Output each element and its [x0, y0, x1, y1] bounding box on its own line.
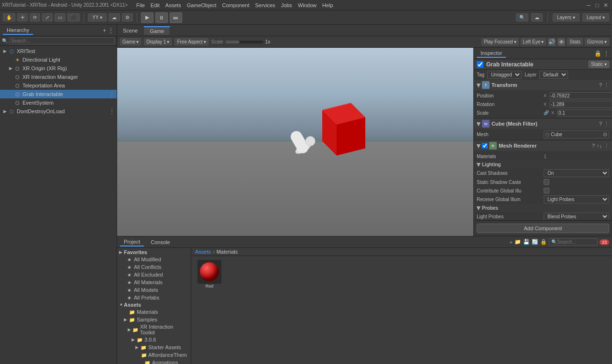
proj-starter-assets[interactable]: ▶ 📁 Starter Assets — [117, 343, 191, 351]
menu-gameobject[interactable]: GameObject — [184, 2, 219, 8]
mesh-ref-pick[interactable]: ⊙ — [603, 131, 607, 138]
menu-jobs[interactable]: Jobs — [278, 2, 295, 8]
transform-help-btn[interactable]: ? — [599, 82, 602, 88]
asset-red-material[interactable]: Red — [195, 260, 224, 289]
favorites-section[interactable]: ▶ Favorites — [117, 249, 191, 256]
transform-center[interactable]: YY ▾ — [88, 13, 107, 21]
bottom-refresh-btn[interactable]: 🔄 — [532, 239, 538, 245]
proj-fav-prefabs[interactable]: ★ All Prefabs — [117, 294, 191, 301]
tree-item-xr-manager[interactable]: ⬡ XR Interaction Manager — [0, 73, 117, 81]
proj-fav-materials[interactable]: ★ All Materials — [117, 278, 191, 286]
search-global[interactable]: 🔍 — [516, 13, 528, 21]
menu-help[interactable]: Help — [319, 2, 336, 8]
proj-306[interactable]: ▶ 📁 3.0.6 — [117, 336, 191, 343]
display-select[interactable]: Display 1 ▾ — [144, 38, 172, 45]
stats-btn[interactable]: Stats — [567, 38, 583, 45]
menu-services[interactable]: Services — [252, 2, 278, 8]
layer-select[interactable]: Default — [539, 71, 568, 79]
proj-samples[interactable]: ▶ 📁 Samples — [117, 316, 191, 323]
mesh-renderer-arrows[interactable]: ↑↓ — [597, 143, 602, 149]
proj-materials[interactable]: 📁 Materials — [117, 308, 191, 316]
tree-item-dir-light[interactable]: ☀ Directional Light — [0, 55, 117, 64]
bottom-save-btn[interactable]: 💾 — [523, 239, 530, 245]
hierarchy-search-input[interactable] — [9, 37, 115, 44]
tree-item-dontdestroy[interactable]: ▶ ⬡ DontDestroyOnLoad ⋮ — [0, 107, 117, 116]
step-button[interactable]: ⏭ — [170, 12, 182, 23]
left-eye-btn[interactable]: Left Eye ▾ — [521, 38, 546, 45]
project-tab[interactable]: Project — [120, 238, 144, 246]
layout-dropdown[interactable]: Layout ▾ — [582, 13, 609, 21]
menu-assets[interactable]: Assets — [163, 2, 184, 8]
hierarchy-add-btn[interactable]: + — [103, 27, 106, 34]
aspect-select[interactable]: Free Aspect ▾ — [175, 38, 208, 45]
bottom-lock-btn[interactable]: 🔒 — [540, 239, 547, 245]
tree-item-xr-origin[interactable]: ▶ ⬡ XR Origin (XR Rig) — [0, 64, 117, 73]
mesh-renderer-header[interactable]: ▶ R Mesh Renderer ? ↑↓ ⋮ — [474, 140, 612, 151]
hand-tool[interactable]: ✋ — [3, 13, 15, 21]
proj-fav-excluded[interactable]: ★ All Excluded — [117, 271, 191, 278]
add-component-btn[interactable]: Add Component — [477, 224, 609, 233]
static-shadow-cb[interactable] — [544, 179, 549, 185]
probes-section-header[interactable]: ▶ Probes — [474, 204, 612, 212]
pos-x[interactable] — [549, 92, 612, 99]
vr-btn[interactable]: 👁 — [557, 38, 565, 46]
cloud-btn[interactable]: ☁ — [109, 13, 120, 21]
proj-affordance[interactable]: 📁 AffordanceThem — [117, 351, 191, 359]
account-btn[interactable]: ☁ — [531, 13, 543, 21]
console-tab[interactable]: Console — [147, 238, 174, 246]
transform-header[interactable]: ▶ T Transform ? ⋮ — [474, 80, 612, 90]
pause-button[interactable]: ⏸ — [155, 12, 168, 23]
collab-btn[interactable]: ⚙ — [122, 13, 133, 21]
inspector-tab[interactable]: Inspector — [477, 49, 506, 58]
play-focused-btn[interactable]: Play Focused ▾ — [481, 38, 519, 45]
menu-window[interactable]: Window — [295, 2, 319, 8]
rect-tool[interactable]: ▭ — [55, 13, 66, 21]
proj-fav-models[interactable]: ★ All Models — [117, 286, 191, 294]
global-illum-cb[interactable] — [544, 188, 549, 193]
bottom-search-input[interactable] — [557, 239, 595, 245]
scale-x[interactable] — [557, 109, 612, 117]
mesh-filter-help[interactable]: ? — [599, 121, 602, 127]
light-probes-select[interactable]: Blend Probes — [544, 213, 609, 220]
mesh-filter-menu[interactable]: ⋮ — [604, 121, 609, 127]
menu-edit[interactable]: Edit — [148, 2, 163, 8]
transform-tool[interactable]: ⬛ — [67, 13, 80, 21]
tree-item-xritest[interactable]: ▶ ⬡ XRITest — [0, 47, 117, 55]
grab-menu-btn[interactable]: ⋮ — [109, 91, 117, 97]
breadcrumb-assets[interactable]: Assets — [195, 249, 211, 255]
bottom-folder-btn[interactable]: 📁 — [514, 239, 521, 245]
gizmos-btn[interactable]: Gizmos ▾ — [585, 38, 609, 45]
game-display-select[interactable]: Game ▾ — [120, 38, 141, 45]
win-minimize[interactable]: ─ — [584, 1, 593, 10]
scale-tool[interactable]: ⤢ — [42, 13, 53, 21]
assets-section-header[interactable]: ▼ Assets — [117, 301, 191, 308]
tree-item-grab[interactable]: ⬡ Grab Interactable ⋮ — [0, 90, 117, 98]
win-close[interactable]: ✕ — [601, 1, 610, 10]
mesh-renderer-enabled[interactable] — [482, 143, 488, 149]
tag-select[interactable]: Untagged — [487, 71, 522, 79]
mesh-renderer-help[interactable]: ? — [592, 143, 595, 149]
proj-fav-modified[interactable]: ★ All Modified — [117, 256, 191, 263]
menu-file[interactable]: File — [133, 2, 148, 8]
menu-component[interactable]: Component — [219, 2, 252, 8]
move-tool[interactable]: ✛ — [17, 13, 28, 21]
mesh-filter-header[interactable]: ▶ M Cube (Mesh Filter) ? ⋮ — [474, 118, 612, 129]
static-badge[interactable]: Static ▾ — [589, 61, 609, 68]
win-maximize[interactable]: □ — [593, 1, 601, 10]
hierarchy-menu-btn[interactable]: ⋮ — [108, 27, 114, 34]
tab-game[interactable]: Game — [144, 26, 170, 35]
proj-animations[interactable]: 📁 Animations — [117, 359, 191, 364]
layers-dropdown[interactable]: Layers ▾ — [553, 13, 579, 21]
receive-gi-select[interactable]: Light Probes — [544, 195, 609, 203]
tab-scene[interactable]: Scene — [117, 27, 144, 34]
play-button[interactable]: ▶ — [141, 12, 153, 23]
tree-item-teleport[interactable]: ⬡ Teleportation Area — [0, 81, 117, 90]
proj-fav-conflicts[interactable]: ★ All Conflicts — [117, 263, 191, 271]
inspector-menu-btn[interactable]: ⋮ — [603, 50, 609, 57]
tree-item-eventsys[interactable]: ⬡ EventSystem — [0, 98, 117, 107]
cast-shadows-select[interactable]: On — [544, 169, 609, 177]
transform-options-btn[interactable]: ⋮ — [604, 82, 609, 88]
proj-xr-toolkit[interactable]: ▶ 📁 XR Interaction Toolkit — [117, 323, 191, 336]
hierarchy-tab[interactable]: Hierarchy — [3, 26, 33, 35]
obj-active-checkbox[interactable] — [477, 61, 483, 68]
